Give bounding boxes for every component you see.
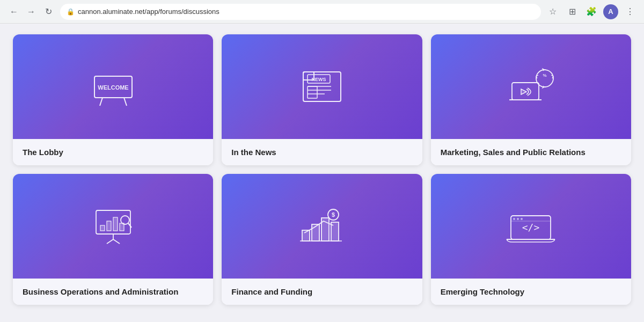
card-image-marketing: % <box>431 34 631 139</box>
forum-label-finance: Finance and Funding <box>222 279 422 305</box>
svg-point-39 <box>517 218 519 220</box>
svg-point-40 <box>521 218 523 220</box>
card-image-business <box>13 174 213 279</box>
svg-line-20 <box>113 239 120 244</box>
welcome-sign-icon: WELCOME <box>81 63 145 111</box>
reload-button[interactable]: ↻ <box>41 4 56 19</box>
card-image-news: NEWS <box>222 34 422 139</box>
svg-marker-14 <box>521 89 526 94</box>
forum-label-marketing: Marketing, Sales and Public Relations <box>431 139 631 165</box>
forum-label-business: Business Operations and Administration <box>13 279 213 305</box>
newspaper-icon: NEWS <box>292 61 352 112</box>
main-content: WELCOME The Lobby NEWS <box>0 24 644 322</box>
forum-card-news[interactable]: NEWS In the News <box>222 34 422 165</box>
laptop-code-icon: </> <box>501 201 560 252</box>
forum-label-tech: Emerging Technology <box>431 279 631 305</box>
megaphone-sale-icon: % <box>499 61 563 112</box>
svg-text:</>: </> <box>522 222 540 233</box>
url-text: cannon.aluminate.net/app/forums/discussi… <box>78 8 219 16</box>
svg-line-26 <box>128 223 131 228</box>
card-image-finance: $ <box>222 174 422 279</box>
svg-rect-11 <box>308 86 317 98</box>
avatar[interactable]: A <box>603 4 618 19</box>
svg-point-15 <box>536 70 553 87</box>
extensions-button[interactable]: ⊞ <box>565 4 580 19</box>
forward-button[interactable]: → <box>24 4 39 19</box>
forum-card-tech[interactable]: </> Emerging Technology <box>431 174 631 305</box>
analytics-board-icon <box>81 200 145 253</box>
menu-button[interactable]: ⋮ <box>623 4 638 19</box>
svg-rect-22 <box>107 221 111 231</box>
svg-point-38 <box>513 218 515 220</box>
forum-label-news: In the News <box>222 139 422 165</box>
svg-line-3 <box>124 98 127 106</box>
svg-text:$: $ <box>332 211 335 218</box>
browser-chrome: ← → ↻ 🔒 cannon.aluminate.net/app/forums/… <box>0 0 644 24</box>
puzzle-button[interactable]: 🧩 <box>584 4 599 19</box>
bar-chart-money-icon: $ <box>292 201 352 252</box>
forum-card-finance[interactable]: $ Finance and Funding <box>222 174 422 305</box>
svg-text:%: % <box>543 73 547 78</box>
browser-actions: ☆ ⊞ 🧩 A ⋮ <box>545 4 638 19</box>
svg-text:NEWS: NEWS <box>311 77 326 82</box>
svg-rect-21 <box>100 225 105 231</box>
svg-line-2 <box>100 98 103 106</box>
back-button[interactable]: ← <box>6 4 21 19</box>
lock-icon: 🔒 <box>67 8 75 16</box>
svg-line-19 <box>107 239 113 244</box>
card-image-tech: </> <box>431 174 631 279</box>
forum-card-lobby[interactable]: WELCOME The Lobby <box>13 34 213 165</box>
svg-point-25 <box>121 216 129 224</box>
star-button[interactable]: ☆ <box>545 4 560 19</box>
svg-rect-23 <box>113 217 118 231</box>
nav-buttons: ← → ↻ <box>6 4 56 19</box>
address-bar[interactable]: 🔒 cannon.aluminate.net/app/forums/discus… <box>60 4 541 20</box>
forum-card-marketing[interactable]: % Marketing, Sales and Public Relations <box>431 34 631 165</box>
forum-grid: WELCOME The Lobby NEWS <box>13 34 631 305</box>
forum-card-business[interactable]: Business Operations and Administration <box>13 174 213 305</box>
svg-text:WELCOME: WELCOME <box>98 84 128 91</box>
forum-label-lobby: The Lobby <box>13 139 213 165</box>
card-image-lobby: WELCOME <box>13 34 213 139</box>
